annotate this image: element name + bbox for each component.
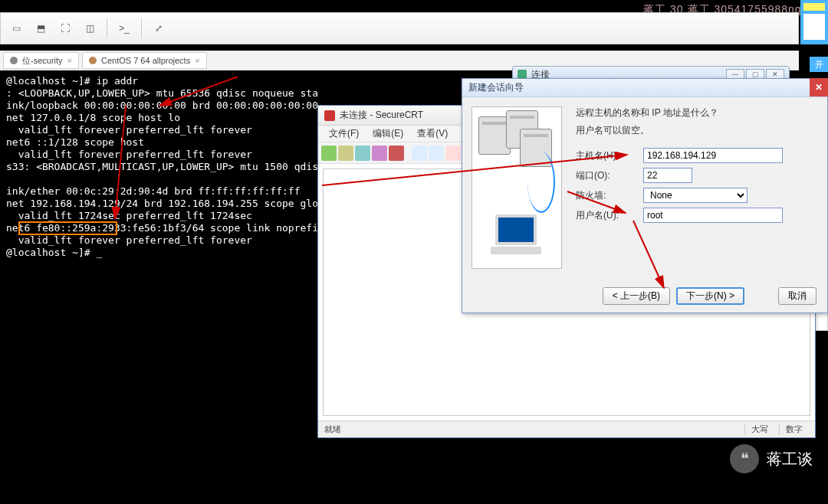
tb-icon[interactable] (412, 146, 427, 161)
tb-icon[interactable] (445, 146, 461, 161)
username-label: 用户名(U): (576, 209, 640, 222)
host-input[interactable] (643, 148, 783, 163)
wizard-close-icon[interactable]: ✕ (810, 78, 828, 97)
wizard-form: 远程主机的名称和 IP 地址是什么？ 用户名可以留空。 主机名(H): 端口(O… (576, 106, 818, 269)
wizard-buttons: < 上一步(B) 下一步(N) > 取消 (462, 287, 827, 305)
toolbar-panel-single-icon[interactable]: ▭ (5, 18, 27, 39)
menu-file[interactable]: 文件(F) (323, 126, 365, 142)
tab-security[interactable]: 位-security × (3, 52, 79, 69)
tb-icon[interactable] (355, 146, 370, 161)
toolbar-terminal-icon[interactable]: >_ (113, 18, 135, 39)
tb-icon[interactable] (338, 146, 353, 161)
firewall-label: 防火墙: (576, 189, 640, 202)
tb-icon[interactable] (429, 146, 444, 161)
tab-icon (10, 57, 18, 64)
toolbar-expand-icon[interactable]: ⤢ (148, 18, 169, 39)
new-session-wizard: 新建会话向导 ✕ 远程主机的名称和 IP 地址是什么？ 用户名可以留空。 主机名… (462, 78, 828, 313)
securecrt-statusbar: 就绪 大写 数字 (318, 421, 815, 437)
port-input[interactable] (643, 168, 692, 183)
port-label: 端口(O): (576, 169, 640, 182)
securecrt-app-icon (324, 110, 335, 121)
toolbar-separator (107, 18, 107, 38)
wizard-heading: 远程主机的名称和 IP 地址是什么？ (576, 106, 818, 119)
right-panel-top (800, 0, 828, 44)
brand-name: 蒋工谈 (767, 449, 813, 470)
status-ready: 就绪 (324, 424, 341, 435)
menu-view[interactable]: 查看(V) (411, 126, 454, 142)
wizard-illustration (472, 106, 562, 269)
toolbar-panel-fit-icon[interactable]: ⛶ (54, 18, 76, 39)
toolbar-separator (141, 18, 142, 38)
firewall-select[interactable]: None (643, 188, 748, 203)
toolbar-panel-split-icon[interactable]: ⬒ (30, 18, 51, 39)
tb-icon[interactable] (389, 146, 404, 161)
ip-highlight-box (18, 221, 117, 235)
status-caps: 大写 (744, 424, 774, 435)
brand-icon: ❝ (730, 444, 759, 473)
tb-icon[interactable] (321, 146, 337, 161)
tab-close-icon[interactable]: × (195, 56, 199, 65)
tb-icon[interactable] (372, 146, 387, 161)
wizard-title: 新建会话向导 (468, 81, 524, 94)
securecrt-title: 未连接 - SecureCRT (340, 109, 423, 122)
menu-edit[interactable]: 编辑(E) (366, 126, 409, 142)
tab-label: 位-security (22, 55, 63, 67)
wizard-titlebar: 新建会话向导 (462, 79, 827, 97)
tab-icon (89, 57, 97, 64)
wizard-subheading: 用户名可以留空。 (576, 124, 818, 137)
tab-label: CentOS 7 64 allprojects (101, 56, 190, 65)
status-num: 数字 (779, 424, 809, 435)
right-panel-open[interactable]: 开 (810, 57, 828, 72)
host-toolbar: ▭ ⬒ ⛶ ◫ >_ ⤢ (0, 12, 799, 44)
cancel-button[interactable]: 取消 (778, 287, 816, 305)
username-input[interactable] (643, 208, 783, 223)
back-button[interactable]: < 上一步(B) (603, 287, 670, 305)
toolbar-panel-crop-icon[interactable]: ◫ (79, 18, 100, 39)
tab-close-icon[interactable]: × (67, 56, 72, 65)
host-label: 主机名(H): (576, 149, 640, 162)
next-button[interactable]: 下一步(N) > (676, 287, 744, 305)
tab-centos[interactable]: CentOS 7 64 allprojects × (82, 52, 207, 69)
brand-watermark: ❝ 蒋工谈 (730, 444, 813, 473)
